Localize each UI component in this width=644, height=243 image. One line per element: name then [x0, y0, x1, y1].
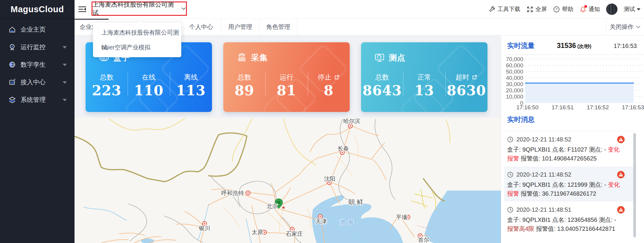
sidebar-nav: 企业主页 运行监控 数字孪生 接入中心: [0, 19, 75, 108]
map-label-bohai-sea: 渤海: [340, 219, 356, 225]
message-list[interactable]: 2020-12-21 11:48:52 盒子: 9QPLXBI1 点名: F11…: [504, 131, 636, 243]
org-selector-value: 上海麦杰科技股份有限公司测试: [92, 0, 178, 17]
sidebar: MagusCloud 企业主页 运行监控 数字孪生: [0, 0, 75, 243]
alarm-badge-icon: [617, 206, 625, 214]
message-item: 2020-12-21 11:48:52 盒子: 9QPLXBI1 点名: F11…: [504, 131, 636, 166]
svg-text:?: ?: [555, 7, 558, 11]
header-actions: 工具下载 全屏 ? 帮助 通知: [489, 0, 640, 18]
magus-cloud-dashboard: MagusCloud 企业主页 运行监控 数字孪生: [0, 0, 644, 243]
stat-online: 在线 110: [128, 70, 170, 109]
x-tick: 17:16:52: [587, 104, 609, 110]
y-tick: 20,000: [506, 87, 523, 94]
x-tick: 17:16:51: [552, 104, 574, 110]
scrollbar-thumb[interactable]: [633, 133, 636, 237]
alarm-type: 报警高4限: [507, 225, 534, 232]
y-tick: 10,000: [506, 94, 523, 100]
collector-icon: [236, 52, 247, 63]
chevron-down-icon: [181, 7, 186, 10]
app-logo: MagusCloud: [0, 0, 75, 19]
clock-icon: [507, 207, 513, 213]
chevron-down-icon: [63, 46, 67, 49]
x-tick: 17:16:50: [516, 104, 538, 110]
korea-boundaries: [411, 189, 436, 210]
sidebar-item-label: 数字孪生: [21, 60, 46, 69]
alarm-badge-icon: [617, 171, 625, 179]
tools-download-button[interactable]: 工具下载: [489, 5, 520, 13]
sidebar-item-digital-twin[interactable]: 数字孪生: [0, 56, 75, 73]
national-border: [75, 133, 444, 201]
message-body: 盒子: 9QPLXBI1 点名: 121999 测点: - 变化报警 报警值: …: [507, 180, 622, 198]
main-content: 盒子 总数 223 在线 110 离线 113: [75, 35, 501, 243]
realtime-flow-time: 17:16:53: [614, 43, 637, 49]
org-selector[interactable]: 上海麦杰科技股份有限公司测试: [92, 1, 187, 16]
user-menu[interactable]: 测试: [624, 5, 640, 13]
message-time: 2020-12-21 11:48:52: [516, 170, 571, 179]
tab-personal-center[interactable]: 个人中心: [181, 18, 221, 35]
capital-star-icon: ★: [281, 205, 285, 210]
org-option-haier[interactable]: haier空调产业模拟: [93, 40, 181, 55]
org-dropdown-menu: 上海麦杰科技股份有限公司测试 haier空调产业模拟: [93, 23, 181, 57]
card-title: 测点: [389, 52, 405, 63]
map-label-shenyang: 沈阳: [324, 176, 335, 182]
card-header: 测点: [374, 52, 405, 63]
map-label-yinchuan: 银川: [199, 225, 210, 231]
divider: [504, 54, 644, 55]
map-label-harbin: 哈尔滨: [343, 118, 360, 124]
notifications-button[interactable]: 通知: [580, 5, 600, 13]
map-label-shijiazhuang: 石家庄: [286, 231, 303, 237]
external-link-icon: [472, 74, 477, 80]
map-label-changchun: 长春: [338, 145, 349, 152]
stat-timeout-link[interactable]: 超时 8630: [445, 70, 487, 109]
message-item: 2020-12-21 11:48:52 盒子: 9QPLXBI1 点名: 121…: [504, 166, 636, 202]
org-option-shmj[interactable]: 上海麦杰科技股份有限公司测试: [93, 25, 181, 40]
sidebar-item-label: 企业主页: [21, 25, 46, 34]
chart-area-fill: [525, 83, 634, 103]
point-icon: [374, 52, 385, 63]
realtime-flow-chart: 70,000 60,000 50,000 40,000 30,000 20,00…: [501, 55, 644, 110]
stat-total: 总数 223: [86, 70, 128, 109]
message-body: 盒子: 9QPLXBI1 点名: F11027 测点: - 变化报警 报警值: …: [507, 145, 622, 163]
city-marker: [262, 230, 267, 234]
y-tick: 60,000: [506, 62, 523, 68]
stat-card-collector: 采集 总数 89 运行 81 停止 8: [223, 42, 350, 112]
tab-role-management[interactable]: 角色管理: [259, 18, 297, 35]
access-icon: [8, 78, 16, 86]
wrench-icon: [489, 6, 496, 13]
sidebar-item-label: 运行监控: [21, 43, 46, 51]
help-icon: ?: [553, 6, 560, 13]
sidebar-item-access-center[interactable]: 接入中心: [0, 73, 75, 91]
layers-icon: [8, 96, 16, 104]
region-boundary: [109, 119, 450, 165]
sidebar-item-run-monitor[interactable]: 运行监控: [0, 38, 75, 56]
map-label-taiyuan: 太原: [252, 229, 263, 235]
stat-normal: 正常 13: [403, 70, 445, 109]
message-item: 2020-12-21 11:48:51 盒子: 9QPLXBI1 点名: 123…: [504, 202, 636, 237]
sidebar-item-system-management[interactable]: 系统管理: [0, 91, 75, 108]
chevron-down-icon: [63, 81, 67, 84]
chevron-down-icon: [63, 64, 67, 66]
home-icon: [8, 26, 16, 33]
card-stats: 总数 89 运行 81 停止 8: [223, 70, 350, 109]
stat-offline: 离线 113: [170, 70, 212, 109]
avatar[interactable]: [606, 4, 617, 15]
notification-dot: [584, 5, 587, 8]
alarm-badge-icon: [617, 135, 625, 144]
menu-fold-icon[interactable]: [78, 6, 86, 13]
y-tick: 70,000: [506, 56, 523, 62]
sidebar-item-enterprise-home[interactable]: 企业主页: [0, 21, 75, 38]
yellow-sea: [425, 191, 501, 243]
tab-user-management[interactable]: 用户管理: [221, 18, 259, 35]
china-map[interactable]: ★ 哈尔滨 长春 沈阳 呼和浩特 北京 天津 石家庄 太原 银川 朝鲜 平壤 首…: [75, 118, 501, 243]
realtime-flow-title: 实时流量: [507, 41, 535, 50]
stat-stopped-link[interactable]: 停止 8: [308, 70, 350, 109]
map-label-north-korea: 朝鲜: [348, 198, 365, 206]
close-operations-dropdown[interactable]: 关闭操作: [606, 18, 644, 35]
help-button[interactable]: ? 帮助: [553, 5, 573, 13]
fullscreen-button[interactable]: 全屏: [527, 5, 547, 13]
right-panel: 实时流量 31536 (次/秒) 17:16:53 70,000 60,000 …: [501, 35, 644, 243]
card-title: 采集: [251, 52, 268, 63]
clock-icon: [507, 172, 513, 178]
globe-icon: [8, 61, 16, 68]
realtime-flow-header: 实时流量 31536 (次/秒) 17:16:53: [507, 41, 637, 50]
message-time: 2020-12-21 11:48:52: [516, 135, 571, 144]
